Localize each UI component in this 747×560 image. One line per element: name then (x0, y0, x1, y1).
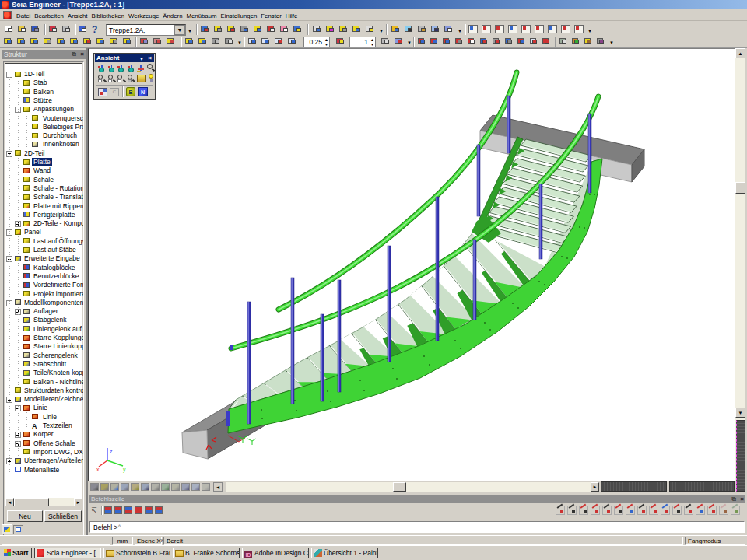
svg-text:x: x (96, 467, 100, 472)
svg-text:y: y (123, 467, 126, 473)
svg-text:z: z (110, 449, 113, 454)
